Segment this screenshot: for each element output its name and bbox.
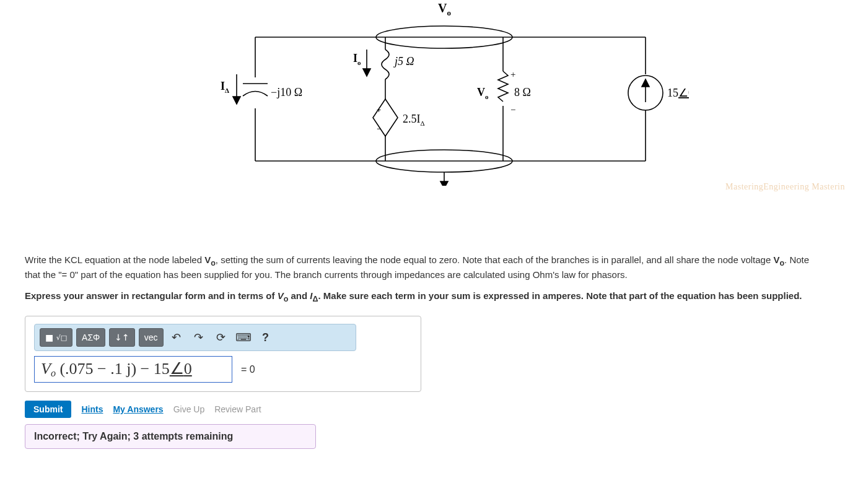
svg-text:−j10 Ω: −j10 Ω <box>271 86 302 98</box>
instruction-paragraph: Express your answer in rectangular form … <box>25 290 820 305</box>
answer-input[interactable]: Vo (.075 − .1 j) − 15∠0 <box>34 356 232 383</box>
svg-text:15∠0°  A: 15∠0° A <box>667 87 689 99</box>
circuit-figure: + − Vo IΔ −j10 Ω Io j5 Ω 2.5IΔ + Vo 8 Ω … <box>0 0 845 192</box>
svg-text:+: + <box>377 106 381 115</box>
watermark-text: MasteringEngineering Masterin <box>725 182 845 192</box>
sub-super-button[interactable]: ↓↑ <box>109 328 134 347</box>
svg-text:Vo: Vo <box>477 86 489 100</box>
vec-button[interactable]: vec <box>139 328 164 347</box>
undo-button[interactable]: ↶ <box>167 328 186 347</box>
svg-text:Io: Io <box>353 52 361 66</box>
svg-text:j5 Ω: j5 Ω <box>393 55 414 67</box>
feedback-box: Incorrect; Try Again; 3 attempts remaini… <box>25 424 316 449</box>
svg-text:IΔ: IΔ <box>221 80 229 94</box>
action-row: Submit Hints My Answers Give Up Review P… <box>25 401 820 418</box>
templates-icon: ■ <box>45 332 53 342</box>
review-part-link[interactable]: Review Part <box>214 404 261 414</box>
sqrt-icon: √□ <box>56 334 67 342</box>
svg-text:+: + <box>510 69 515 79</box>
question-content: Write the KCL equation at the node label… <box>0 192 845 449</box>
equals-zero-label: = 0 <box>241 364 255 375</box>
submit-button[interactable]: Submit <box>25 401 71 418</box>
svg-marker-15 <box>642 79 649 87</box>
svg-marker-19 <box>363 69 370 76</box>
help-button[interactable]: ? <box>256 328 275 347</box>
svg-text:8 Ω: 8 Ω <box>514 86 531 98</box>
redo-button[interactable]: ↷ <box>190 328 208 347</box>
my-answers-link[interactable]: My Answers <box>113 404 163 414</box>
templates-button[interactable]: ■ √□ <box>40 328 72 347</box>
svg-marker-23 <box>440 181 448 186</box>
svg-text:Vo: Vo <box>438 1 451 17</box>
circuit-svg: + − Vo IΔ −j10 Ω Io j5 Ω 2.5IΔ + Vo 8 Ω … <box>156 0 689 186</box>
equation-toolbar: ■ √□ ΑΣΦ ↓↑ vec ↶ ↷ ⟳ ⌨ ? <box>34 324 356 351</box>
give-up-link[interactable]: Give Up <box>173 404 205 414</box>
svg-text:2.5IΔ: 2.5IΔ <box>403 113 425 127</box>
reset-button[interactable]: ⟳ <box>212 328 230 347</box>
svg-text:−: − <box>510 105 515 115</box>
hints-link[interactable]: Hints <box>81 404 103 414</box>
answer-widget: ■ √□ ΑΣΦ ↓↑ vec ↶ ↷ ⟳ ⌨ ? Vo (.075 − .1 … <box>25 316 421 392</box>
greek-button[interactable]: ΑΣΦ <box>76 328 105 347</box>
prompt-paragraph: Write the KCL equation at the node label… <box>25 254 820 281</box>
keyboard-button[interactable]: ⌨ <box>234 328 253 347</box>
svg-marker-17 <box>233 97 240 104</box>
svg-text:−: − <box>377 124 381 133</box>
